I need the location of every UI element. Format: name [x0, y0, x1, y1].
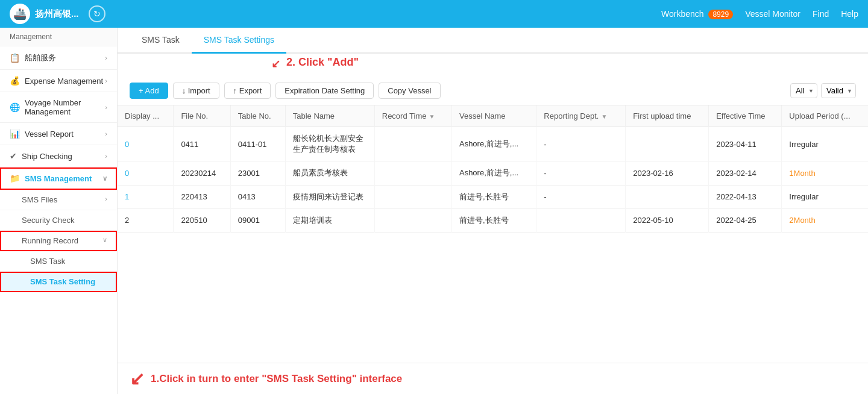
cell-effective-time: 2022-04-13	[709, 185, 782, 208]
sub-item-label: Running Record	[22, 236, 78, 245]
sidebar-item-label: Expense Management	[25, 77, 103, 86]
top-nav-right: Workbench 8929 Vessel Monitor Find Help	[661, 9, 858, 19]
sidebar-sub-item-security-check[interactable]: Security Check	[0, 210, 117, 231]
sub-item-label: SMS Files	[22, 195, 57, 204]
sidebar-sub-item-sms-task-setting[interactable]: SMS Task Setting	[0, 272, 117, 292]
sidebar-item-sms-management[interactable]: 📁 SMS Management ∨	[0, 167, 117, 190]
sort-icon: ▼	[601, 113, 607, 120]
sub-item-label: SMS Task	[30, 257, 65, 266]
find-link[interactable]: Find	[813, 9, 829, 19]
table-body: 004110411-01船长轮机长大副安全生产责任制考核表Ashore,前进号,…	[118, 127, 868, 233]
cell-reporting-dept	[536, 208, 626, 232]
sub-item-label: SMS Task Setting	[30, 277, 95, 286]
cell-upload-period: 2Month	[782, 208, 868, 232]
filter-valid-wrapper[interactable]: Valid	[821, 83, 856, 98]
sidebar-item-expense-management[interactable]: 💰 Expense Management ›	[0, 70, 117, 92]
cell-display[interactable]: 0	[118, 127, 174, 161]
col-display: Display ...	[118, 105, 174, 127]
sidebar-item-label: 船舶服务	[25, 52, 56, 63]
vessel-monitor-link[interactable]: Vessel Monitor	[745, 9, 800, 19]
table-row: 004110411-01船长轮机长大副安全生产责任制考核表Ashore,前进号,…	[118, 127, 868, 161]
add-button[interactable]: + Add	[130, 83, 168, 99]
sort-icon: ▼	[429, 113, 435, 120]
data-table-wrapper: Display ... File No. Table No. Table Nam…	[118, 105, 868, 363]
sidebar-sub-item-sms-files[interactable]: SMS Files ›	[0, 190, 117, 210]
chevron-right-icon: ›	[105, 54, 107, 61]
export-button[interactable]: ↑ Export	[224, 83, 271, 99]
filter-all-select[interactable]: All	[790, 83, 817, 98]
sidebar-item-ship-service[interactable]: 📋 船舶服务 ›	[0, 46, 117, 70]
refresh-button[interactable]: ↻	[89, 5, 105, 22]
col-record-time[interactable]: Record Time▼	[374, 105, 451, 127]
table-row: 222051009001定期培训表前进号,长胜号2022-05-102022-0…	[118, 208, 868, 232]
table-row: 12204130413疫情期间来访登记表前进号,长胜号-2022-04-13Ir…	[118, 185, 868, 208]
annotation-row: ↙ 2. Click "Add"	[118, 54, 868, 77]
import-button[interactable]: ↓ Import	[173, 83, 219, 99]
cell-vessel-name: 前进号,长胜号	[451, 208, 536, 232]
cell-table-no: 0413	[230, 185, 285, 208]
top-navigation: 🚢 扬州高银... ↻ Workbench 8929 Vessel Monito…	[0, 0, 868, 28]
app-logo[interactable]: 🚢 扬州高银...	[10, 4, 79, 24]
col-upload-period: Upload Period (...	[782, 105, 868, 127]
cell-record-time	[374, 161, 451, 185]
sidebar-item-vessel-report[interactable]: 📊 Vessel Report ›	[0, 123, 117, 145]
tabs-bar: SMS Task SMS Task Settings	[118, 28, 868, 54]
management-label: Management	[0, 28, 117, 46]
sidebar-item-label: SMS Management	[25, 174, 92, 183]
annotation-step2: 2. Click "Add"	[286, 56, 359, 69]
workbench-link[interactable]: Workbench 8929	[661, 9, 733, 19]
copy-vessel-button[interactable]: Copy Vessel	[379, 83, 440, 99]
cell-table-name: 定期培训表	[285, 208, 374, 232]
table-header-row: Display ... File No. Table No. Table Nam…	[118, 105, 868, 127]
cell-display: 2	[118, 208, 174, 232]
sidebar: Management 📋 船舶服务 › 💰 Expense Management…	[0, 28, 118, 394]
sidebar-item-voyage-number[interactable]: 🌐 Voyage Number Management ›	[0, 92, 117, 123]
cell-table-name: 疫情期间来访登记表	[285, 185, 374, 208]
filter-all-wrapper[interactable]: All	[790, 83, 817, 98]
sidebar-sub-item-running-record[interactable]: Running Record ∨	[0, 231, 117, 251]
ship-icon: 🚢	[13, 7, 27, 20]
cell-effective-time: 2023-04-11	[709, 127, 782, 161]
sidebar-sub-item-sms-task[interactable]: SMS Task	[0, 251, 117, 272]
sidebar-item-ship-checking[interactable]: ✔ Ship Checking ›	[0, 145, 117, 167]
sub-item-label: Security Check	[22, 216, 74, 225]
cell-effective-time: 2022-04-25	[709, 208, 782, 232]
sidebar-item-label: Voyage Number Management	[25, 98, 105, 116]
cell-first-upload: 2023-02-16	[626, 161, 709, 185]
cell-table-no: 23001	[230, 161, 285, 185]
chevron-down-icon: ∨	[102, 175, 107, 183]
down-arrow-icon: ↙	[130, 368, 145, 389]
cell-display[interactable]: 0	[118, 161, 174, 185]
cell-first-upload	[626, 185, 709, 208]
sidebar-item-label: Ship Checking	[22, 152, 72, 161]
filter-valid-select[interactable]: Valid	[821, 83, 856, 98]
cell-file-no: 220510	[174, 208, 230, 232]
col-file-no: File No.	[174, 105, 230, 127]
col-reporting-dept[interactable]: Reporting Dept.▼	[536, 105, 626, 127]
cell-effective-time: 2023-02-14	[709, 161, 782, 185]
toolbar-filters: All Valid	[790, 83, 856, 98]
chevron-right-icon: ›	[105, 104, 107, 111]
cell-table-name: 船员素质考核表	[285, 161, 374, 185]
col-vessel-name: Vessel Name	[451, 105, 536, 127]
cell-table-name: 船长轮机长大副安全生产责任制考核表	[285, 127, 374, 161]
sidebar-item-label: Vessel Report	[25, 130, 74, 139]
help-link[interactable]: Help	[841, 9, 858, 19]
data-table: Display ... File No. Table No. Table Nam…	[118, 105, 868, 233]
cell-table-no: 0411-01	[230, 127, 285, 161]
chevron-right-icon: ›	[105, 195, 107, 202]
tab-sms-task-settings[interactable]: SMS Task Settings	[192, 28, 286, 54]
app-name: 扬州高银...	[35, 8, 79, 20]
cell-file-no: 20230214	[174, 161, 230, 185]
cell-display[interactable]: 1	[118, 185, 174, 208]
expiration-date-button[interactable]: Expiration Date Setting	[275, 83, 374, 99]
report-icon: 📊	[10, 129, 20, 139]
instruction-text: 1.Click in turn to enter "SMS Task Setti…	[151, 373, 402, 385]
tab-sms-task[interactable]: SMS Task	[130, 28, 192, 54]
main-layout: Management 📋 船舶服务 › 💰 Expense Management…	[0, 28, 868, 394]
col-table-name: Table Name	[285, 105, 374, 127]
cell-vessel-name: 前进号,长胜号	[451, 185, 536, 208]
chevron-right-icon: ›	[105, 77, 107, 84]
cell-record-time	[374, 127, 451, 161]
cell-table-no: 09001	[230, 208, 285, 232]
